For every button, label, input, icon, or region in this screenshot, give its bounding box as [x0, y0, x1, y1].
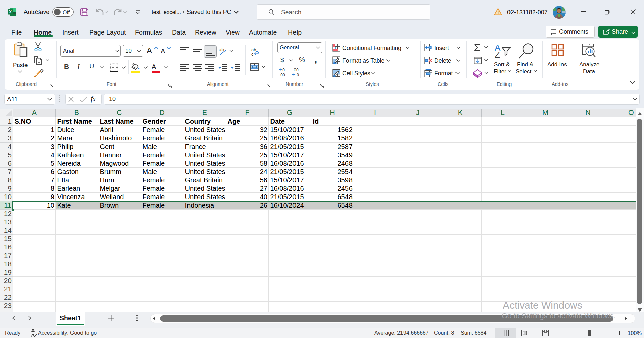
svg-text:X: X — [9, 10, 12, 14]
svg-text:.0: .0 — [281, 68, 285, 72]
svg-text:Z: Z — [495, 50, 500, 58]
svg-text:.00: .00 — [293, 68, 299, 72]
svg-text:.00: .00 — [279, 73, 285, 77]
svg-text:c: c — [251, 52, 254, 56]
svg-text:.0: .0 — [296, 73, 299, 77]
svg-text:ab: ab — [219, 47, 224, 52]
